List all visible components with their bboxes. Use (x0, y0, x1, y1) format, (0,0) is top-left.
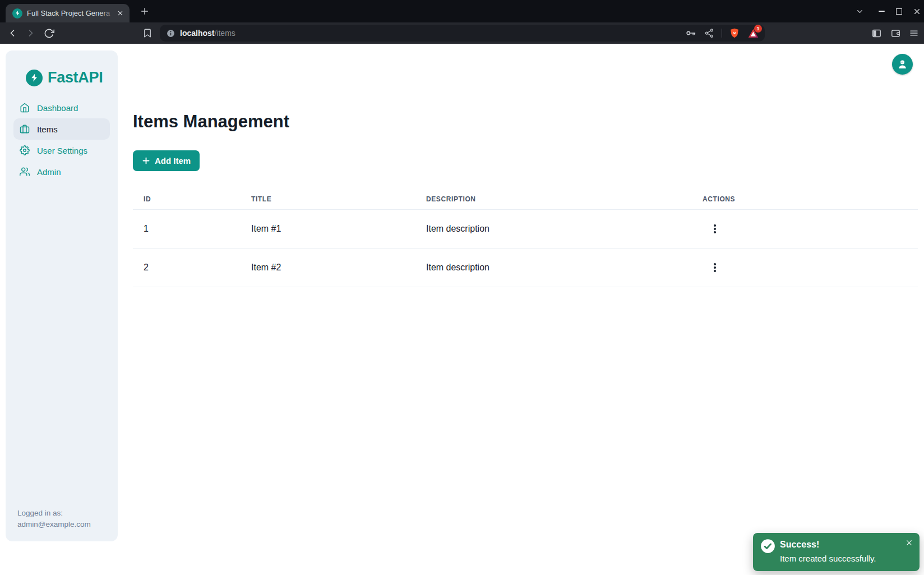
plus-icon (142, 157, 150, 165)
sidebar-item-dashboard[interactable]: Dashboard (13, 97, 110, 118)
toast-close-icon[interactable] (903, 537, 914, 548)
app-logo: FastAPI (26, 69, 103, 86)
table-header-row: ID TITLE DESCRIPTION ACTIONS (133, 189, 918, 210)
sidebar-item-label: Dashboard (37, 103, 78, 113)
rewards-badge: 1 (754, 25, 762, 33)
brave-shield-icon[interactable] (728, 27, 741, 39)
cell-description: Item description (415, 263, 692, 273)
menu-hamburger-icon[interactable] (908, 27, 920, 39)
user-menu-button[interactable] (892, 54, 913, 75)
page-title: Items Management (133, 111, 289, 132)
row-actions-menu-button[interactable] (708, 222, 722, 236)
logged-in-label: Logged in as: (17, 508, 91, 519)
sidebar-nav: Dashboard Items User Settings Admin (13, 97, 110, 182)
toolbar-divider (722, 29, 722, 38)
browser-window: Full Stack Project Genera (0, 0, 924, 575)
sidebar-item-items[interactable]: Items (13, 118, 110, 140)
tab-search-chevron-icon[interactable] (853, 5, 866, 17)
cell-description: Item description (415, 224, 692, 234)
column-header-actions: ACTIONS (692, 195, 918, 203)
sidebar-toggle-icon[interactable] (871, 27, 882, 39)
tab-title: Full Stack Project Genera (27, 9, 114, 18)
add-item-label: Add Item (155, 156, 191, 165)
browser-tab[interactable]: Full Stack Project Genera (6, 4, 130, 22)
password-key-icon[interactable] (685, 27, 697, 39)
browser-toolbar: localhost/items 1 (0, 22, 924, 44)
tab-favicon-icon (12, 8, 22, 19)
url-bar[interactable]: localhost/items 1 (160, 25, 765, 42)
add-item-button[interactable]: Add Item (133, 150, 200, 171)
bookmark-icon[interactable] (142, 27, 153, 39)
url-path: /items (214, 29, 235, 38)
column-header-id: ID (133, 195, 241, 203)
gear-icon (20, 145, 30, 155)
row-actions-menu-button[interactable] (708, 260, 722, 275)
items-table: ID TITLE DESCRIPTION ACTIONS 1 Item #1 I… (133, 189, 918, 287)
table-row: 2 Item #2 Item description (133, 249, 918, 287)
cell-id: 2 (133, 263, 241, 273)
sidebar-item-label: Admin (37, 167, 61, 177)
maximize-button[interactable] (893, 5, 905, 17)
logged-in-info: Logged in as: admin@example.com (17, 508, 91, 530)
page-content: FastAPI Dashboard Items User Settings (0, 44, 924, 575)
url-host: localhost (180, 29, 214, 38)
column-header-title: TITLE (241, 195, 415, 203)
url-text: localhost/items (180, 25, 235, 42)
back-button[interactable] (7, 27, 18, 39)
sidebar-item-admin[interactable]: Admin (13, 161, 110, 182)
briefcase-icon (20, 124, 30, 134)
toast-message: Item created successfully. (780, 554, 876, 563)
home-icon (20, 103, 30, 113)
new-tab-button[interactable] (138, 5, 151, 17)
app-logo-text: FastAPI (48, 69, 103, 86)
users-icon (20, 167, 30, 177)
cell-title: Item #2 (241, 263, 415, 273)
share-icon[interactable] (703, 27, 715, 39)
close-window-button[interactable] (911, 5, 923, 17)
site-info-icon[interactable] (165, 28, 175, 38)
success-toast: Success! Item created successfully. (753, 533, 920, 571)
reload-button[interactable] (43, 27, 54, 39)
tab-close-button[interactable] (114, 8, 126, 19)
sidebar-item-label: User Settings (37, 146, 87, 155)
column-header-description: DESCRIPTION (415, 195, 692, 203)
minimize-button[interactable] (875, 5, 888, 17)
forward-button[interactable] (25, 27, 36, 39)
cell-title: Item #1 (241, 224, 415, 234)
brave-rewards-icon[interactable]: 1 (747, 27, 759, 39)
tab-strip: Full Stack Project Genera (0, 0, 924, 22)
toast-title: Success! (780, 540, 819, 550)
user-avatar-icon (897, 58, 908, 70)
cell-id: 1 (133, 224, 241, 234)
wallet-icon[interactable] (890, 27, 901, 39)
logged-in-email: admin@example.com (17, 519, 91, 530)
table-row: 1 Item #1 Item description (133, 210, 918, 249)
fastapi-bolt-icon (26, 70, 43, 86)
check-circle-icon (760, 539, 775, 556)
sidebar: FastAPI Dashboard Items User Settings (6, 50, 118, 541)
sidebar-item-label: Items (37, 125, 58, 134)
sidebar-item-user-settings[interactable]: User Settings (13, 140, 110, 161)
